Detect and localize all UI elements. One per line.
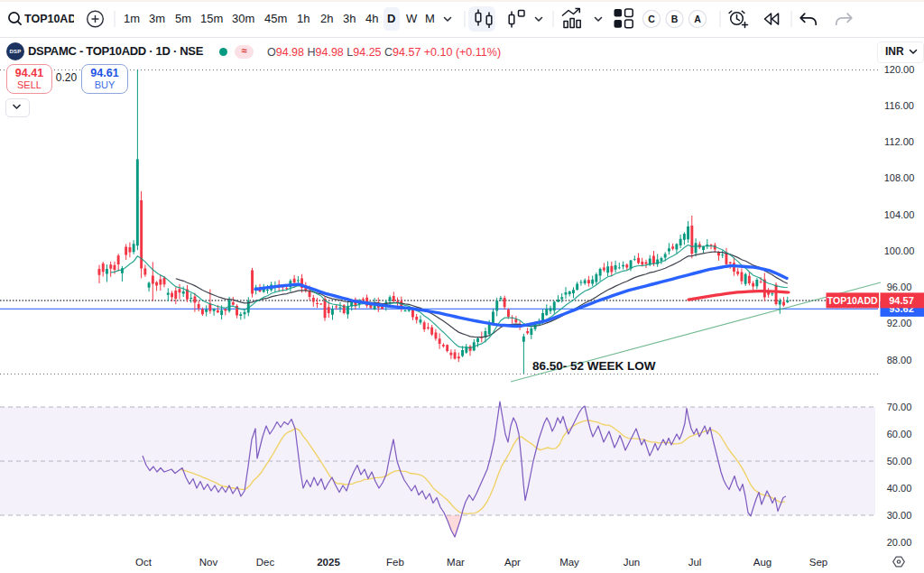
svg-text:116.00: 116.00 xyxy=(884,100,914,111)
svg-text:120.00: 120.00 xyxy=(884,64,915,75)
svg-text:92.00: 92.00 xyxy=(887,318,912,328)
svg-text:100.00: 100.00 xyxy=(884,245,915,256)
svg-text:40.00: 40.00 xyxy=(887,483,912,494)
svg-text:Oct: Oct xyxy=(135,557,152,568)
svg-text:Mar: Mar xyxy=(447,557,465,568)
svg-text:30.00: 30.00 xyxy=(887,510,912,521)
svg-text:104.00: 104.00 xyxy=(884,209,915,220)
svg-text:Aug: Aug xyxy=(753,557,772,568)
svg-text:112.00: 112.00 xyxy=(884,136,914,147)
svg-text:TOP10ADD: TOP10ADD xyxy=(827,295,878,306)
svg-text:Nov: Nov xyxy=(199,557,218,568)
svg-text:May: May xyxy=(559,557,579,568)
svg-text:B: B xyxy=(671,14,679,24)
svg-text:Dec: Dec xyxy=(256,557,275,568)
svg-text:96.00: 96.00 xyxy=(887,282,912,292)
svg-text:88.00: 88.00 xyxy=(887,355,912,365)
svg-text:C: C xyxy=(648,14,655,24)
svg-text:Sep: Sep xyxy=(809,557,827,568)
svg-text:Jun: Jun xyxy=(624,557,641,568)
svg-text:94.57: 94.57 xyxy=(889,295,914,306)
svg-text:Jul: Jul xyxy=(688,557,702,568)
svg-text:108.00: 108.00 xyxy=(884,172,915,183)
svg-text:2025: 2025 xyxy=(317,557,340,568)
svg-text:60.00: 60.00 xyxy=(887,429,912,439)
svg-text:20.00: 20.00 xyxy=(887,537,912,548)
svg-text:Apr: Apr xyxy=(504,557,521,568)
svg-text:Feb: Feb xyxy=(386,557,404,568)
svg-text:70.00: 70.00 xyxy=(887,402,912,412)
svg-text:50.00: 50.00 xyxy=(887,456,912,467)
svg-text:A: A xyxy=(694,14,701,24)
svg-text:86.50- 52 WEEK LOW: 86.50- 52 WEEK LOW xyxy=(532,359,656,373)
